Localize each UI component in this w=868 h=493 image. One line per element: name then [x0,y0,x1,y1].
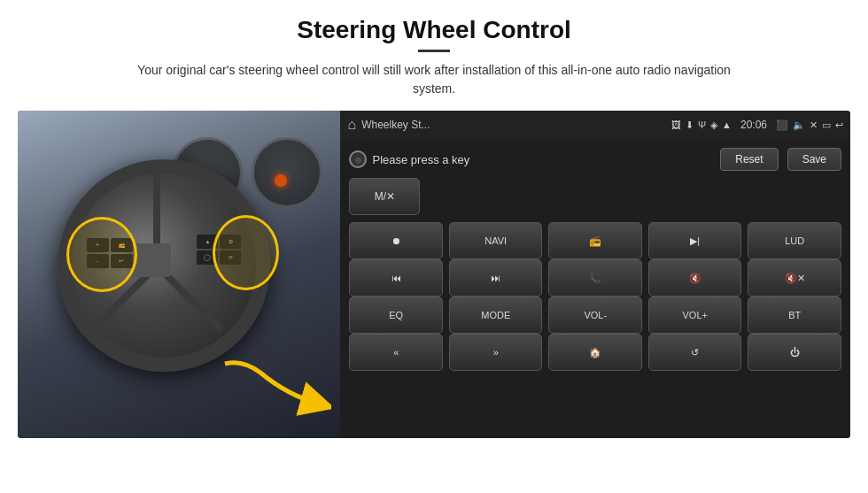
status-icons-group: 🖼 ⬇ Ψ ◈ ▲ [671,119,732,131]
highlight-circle-right [213,215,279,290]
button-row-2: EQMODEVOL-VOL+BT [349,297,841,334]
play-pause-btn[interactable]: ▶| [648,222,742,259]
image-icon: 🖼 [671,119,681,130]
status-time: 20:06 [740,119,767,131]
main-content: + 📻 - ↩ ▲ ⚙ ◯ ⟳ [18,111,850,438]
app-content: ◎ Please press a key Reset Save M/✕ ⏺NAV… [340,139,850,438]
radio-btn[interactable]: 📻 [548,222,642,259]
back-icon: ↩ [835,119,843,131]
status-bar: ⌂ Wheelkey St... 🖼 ⬇ Ψ ◈ ▲ 20:06 ⬛ 🔈 ✕ ▭… [340,111,850,139]
home-btn[interactable]: 🏠 [548,334,642,371]
vol-down-btn[interactable]: VOL- [548,297,642,334]
headunit-section: ⌂ Wheelkey St... 🖼 ⬇ Ψ ◈ ▲ 20:06 ⬛ 🔈 ✕ ▭… [340,111,850,438]
next-btn[interactable]: ⏭ [449,259,543,297]
key-status-icon: ◎ [349,150,367,168]
reset-button[interactable]: Reset [720,148,778,171]
button-row-1: ⏮⏭📞🔇🔇✕ [349,259,841,297]
arrow-indicator [216,355,331,425]
lud-btn[interactable]: LUD [748,222,841,259]
top-control-row: ◎ Please press a key Reset Save [349,148,841,171]
close-icon: ✕ [810,119,818,131]
mute-btn[interactable]: 🔇 [648,259,742,297]
navi-btn[interactable]: NAVI [449,222,543,259]
bluetooth-btn[interactable]: BT [748,297,841,334]
location-icon: ◈ [710,119,717,131]
forward-btn[interactable]: » [449,334,543,371]
mode-btn[interactable]: MODE [449,297,543,334]
button-row-3: «»🏠↺⏻ [349,334,841,371]
screenshot-icon: ⬛ [776,119,788,131]
record-btn[interactable]: ⏺ [349,222,443,259]
system-icons-group: ⬛ 🔈 ✕ ▭ ↩ [776,119,843,131]
button-row-0: ⏺NAVI📻▶|LUD [349,222,841,259]
title-divider [418,50,450,52]
page-subtitle: Your original car's steering wheel contr… [124,61,744,98]
mute-row: M/✕ [349,178,841,215]
rewind-btn[interactable]: « [349,334,443,371]
steering-wheel-section: + 📻 - ↩ ▲ ⚙ ◯ ⟳ [18,111,340,438]
page-title: Steering Wheel Control [297,16,571,44]
app-name-label: Wheelkey St... [361,119,666,131]
download-icon: ⬇ [686,119,694,131]
button-grid: ⏺NAVI📻▶|LUD⏮⏭📞🔇🔇✕EQMODEVOL-VOL+BT«»🏠↺⏻ [349,222,841,371]
prev-btn[interactable]: ⏮ [349,259,443,297]
volume-icon: 🔈 [793,119,805,131]
mute-mode-button[interactable]: M/✕ [349,178,420,215]
usb-icon: Ψ [698,119,706,130]
key-indicator: ◎ Please press a key [349,150,711,168]
refresh-btn[interactable]: ↺ [648,334,742,371]
vol-up-btn[interactable]: VOL+ [648,297,742,334]
vol-mute-btn[interactable]: 🔇✕ [748,259,841,297]
save-button[interactable]: Save [787,148,841,171]
home-icon[interactable]: ⌂ [347,117,356,133]
page-container: Steering Wheel Control Your original car… [0,0,868,493]
wifi-icon: ▲ [722,119,732,130]
window-icon: ▭ [822,119,831,131]
press-key-text: Please press a key [372,153,469,166]
eq-btn[interactable]: EQ [349,297,443,334]
power-btn[interactable]: ⏻ [748,334,841,371]
phone-btn[interactable]: 📞 [548,259,642,297]
highlight-circle-left [66,217,137,292]
